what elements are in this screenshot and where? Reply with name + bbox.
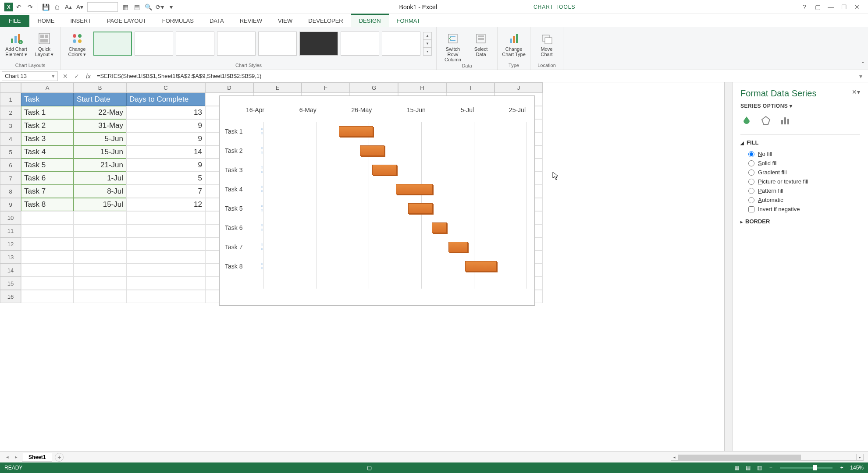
cell-B8[interactable]: 8-Jul [74, 185, 126, 198]
undo-icon[interactable]: ↶ [13, 1, 25, 13]
cell-C13[interactable] [126, 251, 205, 264]
sheet-nav-prev-icon[interactable]: ◂ [4, 454, 11, 460]
row-header-10[interactable]: 10 [0, 211, 21, 224]
cell-B10[interactable] [74, 211, 126, 224]
invert-if-negative-checkbox[interactable]: Invert if negative [740, 205, 860, 214]
cell-A1[interactable]: Task [21, 93, 74, 106]
series-options-dropdown[interactable]: SERIES OPTIONS ▾ [740, 103, 860, 109]
chart-plot-area[interactable]: Task 1Task 2Task 3Task 4Task 5Task 6Task… [263, 122, 526, 289]
cell-B5[interactable]: 15-Jun [74, 145, 126, 159]
cell-B9[interactable]: 15-Jul [74, 198, 126, 211]
cell-B11[interactable] [74, 224, 126, 237]
cell-C8[interactable]: 7 [126, 185, 205, 198]
style-thumb-7[interactable] [341, 32, 379, 56]
style-thumb-1[interactable] [93, 32, 132, 56]
row-header-3[interactable]: 3 [0, 119, 21, 132]
pane-options-icon[interactable]: ▾ [857, 88, 860, 95]
switch-row-column-button[interactable]: Switch Row/ Column [441, 32, 465, 62]
cell-A7[interactable]: Task 6 [21, 172, 74, 185]
col-header-J[interactable]: J [494, 82, 543, 93]
horizontal-scrollbar[interactable]: ◂ ▸ [671, 454, 864, 461]
tab-design[interactable]: DESIGN [351, 14, 389, 27]
zoom-in-icon[interactable]: + [836, 465, 847, 471]
row-header-16[interactable]: 16 [0, 290, 21, 303]
font-size-box[interactable] [87, 2, 118, 12]
cell-A14[interactable] [21, 264, 74, 277]
cell-A3[interactable]: Task 2 [21, 119, 74, 132]
cell-A12[interactable] [21, 237, 74, 251]
save-icon[interactable]: 💾 [40, 1, 51, 13]
series-options-icon[interactable] [779, 114, 791, 127]
font-inc-icon[interactable]: A▴ [63, 1, 74, 13]
series-marker-icon[interactable] [261, 147, 265, 155]
vertical-scrollbar[interactable] [724, 82, 732, 451]
view-page-break-icon[interactable]: ▥ [754, 465, 765, 471]
close-icon[interactable]: ✕ [850, 1, 864, 13]
cell-B16[interactable] [74, 290, 126, 303]
cell-A10[interactable] [21, 211, 74, 224]
col-header-A[interactable]: A [21, 82, 74, 93]
redo-icon[interactable]: ↷ [25, 1, 36, 13]
row-header-12[interactable]: 12 [0, 237, 21, 251]
cell-C4[interactable]: 9 [126, 132, 205, 145]
row-header-13[interactable]: 13 [0, 251, 21, 264]
chart-bar[interactable] [448, 242, 468, 252]
row-header-1[interactable]: 1 [0, 93, 21, 106]
cell-C7[interactable]: 5 [126, 172, 205, 185]
cell-A13[interactable] [21, 251, 74, 264]
formula-bar[interactable]: =SERIES(Sheet1!$B$1,Sheet1!$A$2:$A$9,She… [94, 73, 859, 79]
tab-developer[interactable]: DEVELOPER [300, 15, 351, 27]
minimize-icon[interactable]: — [824, 1, 837, 13]
cell-B12[interactable] [74, 237, 126, 251]
cell-C6[interactable]: 9 [126, 159, 205, 172]
fill-option-automatic[interactable]: Automatic [740, 195, 860, 205]
fill-line-icon[interactable] [740, 114, 753, 127]
quickprint-icon[interactable]: ⎙ [51, 1, 63, 13]
zoom-level[interactable]: 145% [850, 465, 864, 471]
qat-custom-icon[interactable]: ▾ [165, 1, 177, 13]
cell-A2[interactable]: Task 1 [21, 106, 74, 119]
cell-B4[interactable]: 5-Jun [74, 132, 126, 145]
formula-cancel-icon[interactable]: ✕ [60, 73, 71, 80]
tab-insert[interactable]: INSERT [62, 15, 99, 27]
qat-icon-2[interactable]: ▤ [131, 1, 142, 13]
series-marker-icon[interactable] [261, 205, 265, 212]
row-header-14[interactable]: 14 [0, 264, 21, 277]
cell-C5[interactable]: 14 [126, 145, 205, 159]
row-header-4[interactable]: 4 [0, 132, 21, 145]
row-header-11[interactable]: 11 [0, 224, 21, 237]
tab-file[interactable]: FILE [0, 15, 29, 27]
series-marker-icon[interactable] [261, 224, 265, 232]
cell-B1[interactable]: Start Date [74, 93, 126, 106]
sheet-tab-active[interactable]: Sheet1 [22, 453, 52, 462]
tab-format[interactable]: FORMAT [389, 15, 428, 27]
series-marker-icon[interactable] [261, 166, 265, 174]
cell-B14[interactable] [74, 264, 126, 277]
help-icon[interactable]: ? [798, 1, 811, 13]
change-colors-button[interactable]: Change Colors ▾ [65, 32, 89, 57]
zoom-slider[interactable] [780, 467, 832, 469]
col-header-G[interactable]: G [350, 82, 398, 93]
cell-B7[interactable]: 1-Jul [74, 172, 126, 185]
cell-A16[interactable] [21, 290, 74, 303]
cell-B6[interactable]: 21-Jun [74, 159, 126, 172]
col-header-F[interactable]: F [302, 82, 350, 93]
font-dec-icon[interactable]: A▾ [74, 1, 85, 13]
tab-page-layout[interactable]: PAGE LAYOUT [99, 15, 154, 27]
cell-C1[interactable]: Days to Complete [126, 93, 205, 106]
style-thumb-5[interactable] [258, 32, 297, 56]
fill-option-no-fill[interactable]: No fill [740, 149, 860, 159]
cell-B15[interactable] [74, 277, 126, 290]
col-header-C[interactable]: C [126, 82, 205, 93]
tab-view[interactable]: VIEW [270, 15, 300, 27]
view-page-layout-icon[interactable]: ▤ [742, 465, 754, 471]
cell-A15[interactable] [21, 277, 74, 290]
qat-icon-3[interactable]: 🔍 [142, 1, 154, 13]
chart-bar[interactable] [360, 145, 384, 156]
formula-enter-icon[interactable]: ✓ [71, 73, 82, 80]
row-header-8[interactable]: 8 [0, 185, 21, 198]
tab-review[interactable]: REVIEW [232, 15, 270, 27]
chart-styles-gallery[interactable]: ▲▼▾ [93, 32, 432, 56]
pane-close-icon[interactable]: ✕ [852, 88, 857, 95]
cell-C9[interactable]: 12 [126, 198, 205, 211]
